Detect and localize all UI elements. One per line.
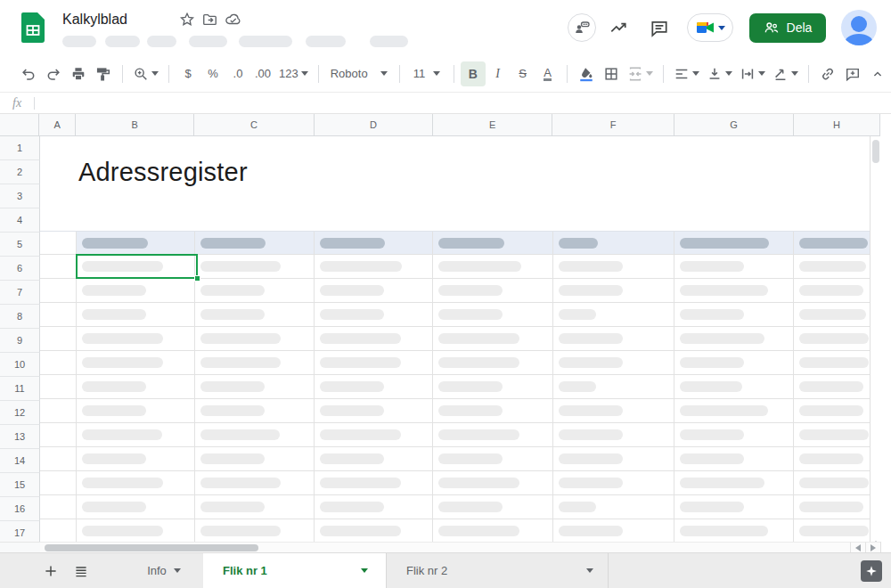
cell-A4[interactable] xyxy=(40,232,77,255)
cell-A5[interactable] xyxy=(40,255,77,279)
cell-B9[interactable] xyxy=(77,351,195,375)
insert-comment-button[interactable] xyxy=(840,61,865,86)
cell-D10[interactable] xyxy=(315,375,433,399)
tab-flik-nr-1[interactable]: Flik nr 1 xyxy=(203,553,386,588)
cell-C6[interactable] xyxy=(195,279,315,303)
cell-F10[interactable] xyxy=(553,375,674,399)
cell-B7[interactable] xyxy=(77,303,195,327)
number-format-button[interactable]: 123 xyxy=(275,61,312,86)
cell-A12[interactable] xyxy=(40,423,77,447)
menu-item-placeholder[interactable] xyxy=(370,36,408,47)
cell-C5[interactable] xyxy=(195,255,315,279)
cell-F13[interactable] xyxy=(553,447,674,471)
row-header-11[interactable]: 11 xyxy=(0,377,40,401)
cell-F11[interactable] xyxy=(553,399,674,423)
cell-F9[interactable] xyxy=(553,351,674,375)
cell-D13[interactable] xyxy=(315,447,433,471)
all-sheets-button[interactable] xyxy=(66,556,96,586)
text-rotation-button[interactable] xyxy=(769,61,802,86)
column-header-B[interactable]: B xyxy=(76,114,194,136)
cell-D14[interactable] xyxy=(315,471,433,495)
cell-C7[interactable] xyxy=(195,303,315,327)
cell-E6[interactable] xyxy=(433,279,552,303)
avatar[interactable] xyxy=(841,10,877,45)
formula-input[interactable] xyxy=(35,93,891,113)
tab-info[interactable]: Info xyxy=(125,553,203,588)
cell-C12[interactable] xyxy=(195,423,315,447)
cell-D5[interactable] xyxy=(315,255,433,279)
cell-F15[interactable] xyxy=(553,495,674,519)
cell-H5[interactable] xyxy=(794,255,880,279)
menu-item-placeholder[interactable] xyxy=(239,36,292,47)
font-family-select[interactable]: Roboto xyxy=(325,61,393,86)
increase-decimal-button[interactable]: .00 xyxy=(250,61,275,86)
column-header-D[interactable]: D xyxy=(315,114,433,136)
merge-cells-button[interactable] xyxy=(624,61,657,86)
cell-D6[interactable] xyxy=(315,279,433,303)
cell-H7[interactable] xyxy=(794,303,880,327)
cell-G11[interactable] xyxy=(674,399,794,423)
cell-D8[interactable] xyxy=(315,327,433,351)
format-percent-button[interactable]: % xyxy=(200,61,225,86)
row-header-4[interactable]: 4 xyxy=(0,208,40,233)
cell-G8[interactable] xyxy=(674,327,794,351)
cell-H13[interactable] xyxy=(794,447,880,471)
font-size-caret[interactable] xyxy=(433,71,440,76)
row-header-3[interactable]: 3 xyxy=(0,184,40,208)
cell-G5[interactable] xyxy=(674,255,794,279)
row-header-10[interactable]: 10 xyxy=(0,353,40,377)
insert-link-button[interactable] xyxy=(815,61,840,86)
cell-F6[interactable] xyxy=(553,279,674,303)
cell-D16[interactable] xyxy=(315,519,433,542)
cell-H10[interactable] xyxy=(794,375,880,399)
cell-A6[interactable] xyxy=(40,279,77,303)
cell-E10[interactable] xyxy=(433,375,552,399)
cell-F7[interactable] xyxy=(553,303,674,327)
cell-E11[interactable] xyxy=(433,399,552,423)
cell-B4[interactable] xyxy=(77,232,195,255)
doc-title[interactable]: Kalkylblad xyxy=(62,12,127,28)
scroll-left-button[interactable] xyxy=(850,542,865,552)
cell-E8[interactable] xyxy=(433,327,552,351)
sheets-logo[interactable] xyxy=(21,12,45,43)
horizontal-align-caret[interactable] xyxy=(692,71,699,76)
bold-button[interactable]: B xyxy=(461,61,486,86)
text-wrap-caret[interactable] xyxy=(758,71,765,76)
cell-F5[interactable] xyxy=(553,255,674,279)
insights-icon[interactable] xyxy=(609,18,628,37)
column-header-G[interactable]: G xyxy=(674,114,794,136)
meet-dropdown-caret[interactable] xyxy=(718,26,725,30)
cell-E15[interactable] xyxy=(433,495,552,519)
cell-G9[interactable] xyxy=(674,351,794,375)
cell-A9[interactable] xyxy=(40,351,77,375)
cell-B13[interactable] xyxy=(77,447,195,471)
cell-G4[interactable] xyxy=(674,232,794,255)
text-color-button[interactable]: A xyxy=(535,61,560,86)
fill-color-button[interactable] xyxy=(574,61,599,86)
row-header-7[interactable]: 7 xyxy=(0,281,40,305)
tab2-caret[interactable] xyxy=(586,568,593,573)
row-header-9[interactable]: 9 xyxy=(0,329,40,353)
row-header-14[interactable]: 14 xyxy=(0,449,40,473)
tab1-caret[interactable] xyxy=(361,568,368,573)
cell-A14[interactable] xyxy=(40,471,77,495)
cell-A7[interactable] xyxy=(40,303,77,327)
explore-button[interactable] xyxy=(861,560,882,582)
row-header-16[interactable]: 16 xyxy=(0,497,40,521)
cell-C10[interactable] xyxy=(195,375,315,399)
cell-E13[interactable] xyxy=(433,447,552,471)
meet-button[interactable] xyxy=(687,13,733,42)
menu-item-placeholder[interactable] xyxy=(147,36,176,47)
column-header-C[interactable]: C xyxy=(194,114,314,136)
cell-E9[interactable] xyxy=(433,351,552,375)
selected-cell-B5[interactable] xyxy=(76,254,198,279)
cell-E12[interactable] xyxy=(433,423,552,447)
cell-D11[interactable] xyxy=(315,399,433,423)
menu-bar[interactable] xyxy=(62,36,490,47)
row-header-1[interactable]: 1 xyxy=(0,136,40,160)
cell-E7[interactable] xyxy=(433,303,552,327)
row-header-13[interactable]: 13 xyxy=(0,425,40,449)
fill-handle[interactable] xyxy=(194,275,200,282)
sheet-title[interactable]: Adressregister xyxy=(78,158,248,187)
menu-item-placeholder[interactable] xyxy=(62,36,96,47)
